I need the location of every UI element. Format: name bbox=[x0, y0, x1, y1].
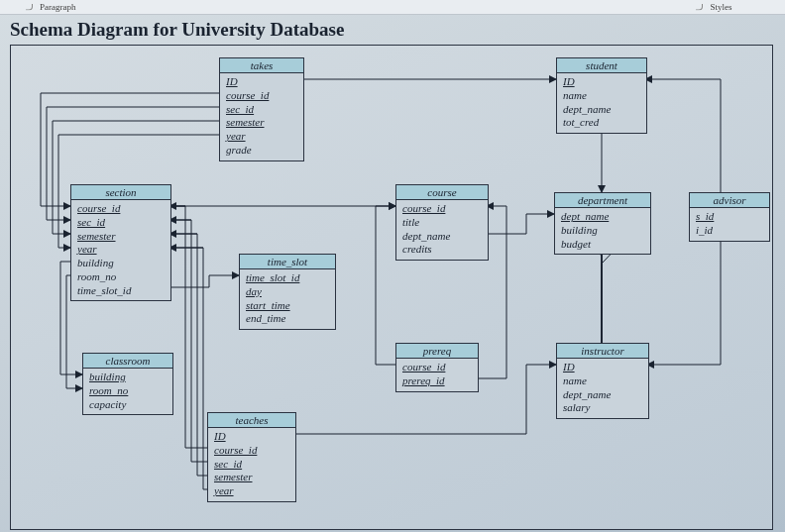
attribute: capacity bbox=[89, 398, 167, 412]
entity-teaches: teaches IDcourse_idsec_idsemesteryear bbox=[207, 412, 296, 502]
attribute: name bbox=[563, 374, 642, 388]
attribute: budget bbox=[561, 238, 644, 252]
entity-header: advisor bbox=[690, 193, 769, 208]
attribute: year bbox=[77, 243, 165, 257]
entity-department: department dept_namebuildingbudget bbox=[554, 192, 651, 255]
attribute: i_id bbox=[696, 224, 763, 238]
entity-body: course_idprereq_id bbox=[396, 359, 478, 391]
ribbon-group-paragraph: Paragraph bbox=[40, 2, 75, 12]
entity-header: student bbox=[557, 58, 646, 73]
attribute: building bbox=[77, 257, 165, 270]
attribute: course_id bbox=[77, 202, 165, 216]
attribute: time_slot_id bbox=[77, 284, 165, 298]
entity-header: department bbox=[555, 193, 650, 208]
attribute: sec_id bbox=[77, 216, 165, 230]
attribute: course_id bbox=[226, 89, 297, 103]
attribute: start_time bbox=[246, 299, 329, 313]
attribute: ID bbox=[214, 430, 289, 444]
entity-prereq: prereq course_idprereq_id bbox=[395, 343, 479, 392]
attribute: s_id bbox=[696, 210, 763, 224]
attribute: dept_name bbox=[563, 388, 642, 402]
attribute: room_no bbox=[77, 270, 165, 284]
entity-body: buildingroom_nocapacity bbox=[83, 369, 172, 414]
entity-header: teaches bbox=[208, 413, 295, 428]
ribbon-group-styles: Styles bbox=[710, 2, 731, 12]
entity-body: dept_namebuildingbudget bbox=[555, 208, 650, 254]
attribute: sec_id bbox=[214, 458, 289, 472]
attribute: title bbox=[402, 216, 482, 230]
entity-header: takes bbox=[220, 58, 303, 73]
attribute: ID bbox=[563, 361, 642, 374]
attribute: building bbox=[561, 224, 644, 238]
entity-body: course_idtitledept_namecredits bbox=[396, 200, 488, 260]
attribute: name bbox=[563, 89, 640, 103]
attribute: building bbox=[89, 371, 167, 384]
entity-student: student IDnamedept_nametot_cred bbox=[556, 57, 647, 134]
entity-body: IDnamedept_nametot_cred bbox=[557, 73, 646, 133]
entity-takes: takes IDcourse_idsec_idsemesteryeargrade bbox=[219, 57, 304, 161]
entity-body: s_idi_id bbox=[690, 208, 769, 241]
attribute: end_time bbox=[246, 312, 329, 326]
attribute: year bbox=[226, 130, 297, 144]
entity-body: IDcourse_idsec_idsemesteryear bbox=[208, 428, 295, 501]
entity-header: instructor bbox=[557, 344, 648, 359]
entity-header: section bbox=[71, 185, 170, 200]
entity-time-slot: time_slot time_slot_iddaystart_timeend_t… bbox=[239, 254, 336, 330]
page-title: Schema Diagram for University Database bbox=[10, 19, 785, 41]
attribute: prereq_id bbox=[402, 374, 472, 388]
entity-body: time_slot_iddaystart_timeend_time bbox=[240, 269, 335, 329]
attribute: credits bbox=[402, 243, 482, 257]
attribute: dept_name bbox=[563, 103, 640, 117]
attribute: dept_name bbox=[402, 230, 482, 244]
attribute: time_slot_id bbox=[246, 271, 329, 285]
attribute: semester bbox=[226, 116, 297, 130]
entity-header: prereq bbox=[396, 344, 478, 359]
entity-body: course_idsec_idsemesteryearbuildingroom_… bbox=[71, 200, 170, 300]
attribute: grade bbox=[226, 144, 297, 158]
entity-classroom: classroom buildingroom_nocapacity bbox=[82, 353, 173, 415]
attribute: course_id bbox=[402, 202, 482, 216]
entity-section: section course_idsec_idsemesteryearbuild… bbox=[70, 184, 171, 301]
attribute: course_id bbox=[214, 444, 289, 458]
attribute: room_no bbox=[89, 384, 167, 398]
attribute: year bbox=[214, 484, 289, 498]
entity-header: classroom bbox=[83, 354, 172, 369]
entity-header: course bbox=[396, 185, 488, 200]
entity-body: IDnamedept_namesalary bbox=[557, 359, 648, 418]
word-ribbon: Paragraph Styles bbox=[0, 0, 785, 15]
attribute: semester bbox=[214, 471, 289, 484]
attribute: sec_id bbox=[226, 103, 297, 117]
attribute: dept_name bbox=[561, 210, 644, 224]
attribute: tot_cred bbox=[563, 116, 640, 130]
entity-body: IDcourse_idsec_idsemesteryeargrade bbox=[220, 73, 303, 160]
entity-instructor: instructor IDnamedept_namesalary bbox=[556, 343, 649, 419]
attribute: course_id bbox=[402, 361, 472, 374]
attribute: ID bbox=[563, 75, 640, 89]
entity-course: course course_idtitledept_namecredits bbox=[395, 184, 489, 261]
entity-advisor: advisor s_idi_id bbox=[689, 192, 770, 242]
schema-canvas: takes IDcourse_idsec_idsemesteryeargrade… bbox=[10, 45, 773, 530]
entity-header: time_slot bbox=[240, 255, 335, 269]
attribute: salary bbox=[563, 401, 642, 415]
attribute: semester bbox=[77, 230, 165, 244]
attribute: day bbox=[246, 285, 329, 299]
attribute: ID bbox=[226, 75, 297, 89]
